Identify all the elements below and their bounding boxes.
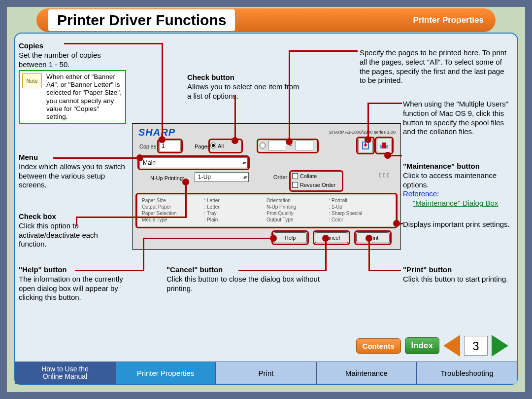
section-label: Printer Properties [413,15,484,25]
ann-copies: Copies Set the number of copies between … [19,41,127,69]
ann-spool-body: When using the "Multiple Users" function… [403,100,514,137]
pages-label: Pages [195,144,210,149]
tab-troubleshooting[interactable]: Troubleshooting [417,362,517,384]
ann-menu-body: Index which allows you to switch between… [19,162,127,190]
tab-print[interactable]: Print [216,362,316,384]
ann-print-title: "Print" button [403,265,511,275]
index-button[interactable]: Index [405,337,439,354]
ann-spool: When using the "Multiple Users" function… [403,100,514,137]
ann-settings: Displays important print settings. [403,220,511,229]
copies-label: Copies [139,144,156,149]
series-text: SHARP AJ-1800/1900 series 1.00 [329,130,396,135]
ann-copies-body: Set the number of copies between 1 - 50. [19,51,127,70]
ann-print: "Print" button Click this button to star… [403,265,511,284]
contents-button[interactable]: Contents [356,338,401,354]
ann-maint-title: "Maintenance" button [403,162,514,171]
ann-help-body: The information on the currently open di… [19,275,132,302]
order-label: Order: [273,174,289,180]
order-preview-icon: ▯▯▯ [379,172,391,178]
title-bar: Printer Driver Functions Printer Propert… [36,8,496,32]
ref-link[interactable]: "Maintenance" Dialog Box [413,199,498,207]
ann-cancel-body: Click this button to close the dialog bo… [166,275,324,293]
brand-logo: SHARP [138,127,175,138]
ann-print-body: Click this button to start printing. [403,275,511,284]
tab-printer-properties[interactable]: Printer Properties [115,362,216,384]
ann-pages: Specify the pages to be printed here. To… [360,48,507,85]
ann-pages-body: Specify the pages to be printed here. To… [360,48,507,85]
note-body: When either of "Banner A4", or "Banner L… [46,73,122,121]
ann-settings-body: Displays important print settings. [403,220,511,229]
ann-checkbtn-body: Allows you to select one item from a lis… [187,82,300,101]
ann-maint-body: Click to access maintenance options. [403,171,514,190]
ann-checkbox-body: Click this option to activate/deactivate… [19,221,127,249]
content-frame: Copies Set the number of copies between … [14,33,518,385]
note-icon: Note [22,73,42,88]
print-dialog: SHARP SHARP AJ-1800/1900 series 1.00 Cop… [132,123,401,250]
page-number: 3 [464,336,488,356]
bottom-tabs: How to Use theOnline Manual Printer Prop… [15,362,517,384]
ann-checkbtn: Check button Allows you to select one it… [187,73,300,101]
next-page-button[interactable] [492,335,508,357]
prev-page-button[interactable] [443,335,460,357]
pager: Contents Index 3 [356,335,508,357]
nup-select[interactable]: 1-Up [195,172,249,182]
tab-maintenance[interactable]: Maintenance [316,362,417,384]
nup-label: N-Up Printing: [150,175,184,181]
page-title: Printer Driver Functions [48,9,235,31]
ann-maintenance: "Maintenance" button Click to access mai… [403,162,514,208]
ann-checkbtn-title: Check button [187,73,300,82]
tab-howto[interactable]: How to Use theOnline Manual [15,362,115,384]
ref-label: Reference: [403,189,514,199]
note-box-wrap: Note When either of "Banner A4", or "Ban… [19,70,126,124]
